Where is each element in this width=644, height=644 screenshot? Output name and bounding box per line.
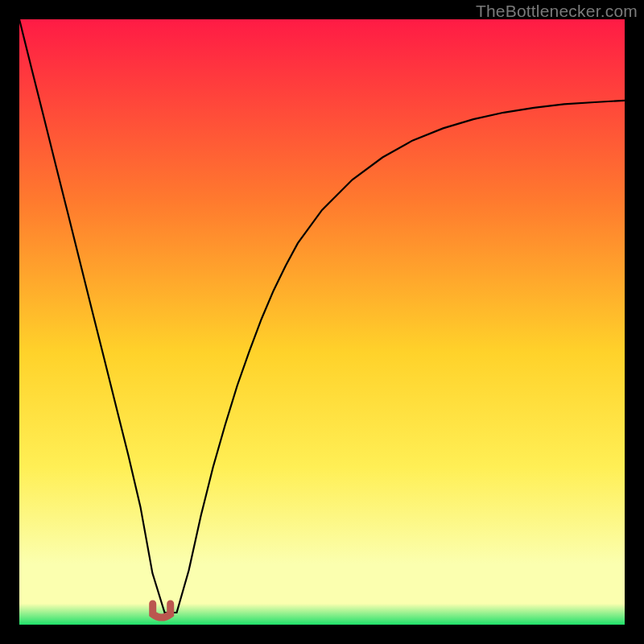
watermark-text: TheBottlenecker.com xyxy=(476,2,638,21)
chart-frame xyxy=(19,19,625,625)
gradient-background xyxy=(19,19,625,625)
bottleneck-chart xyxy=(19,19,625,625)
